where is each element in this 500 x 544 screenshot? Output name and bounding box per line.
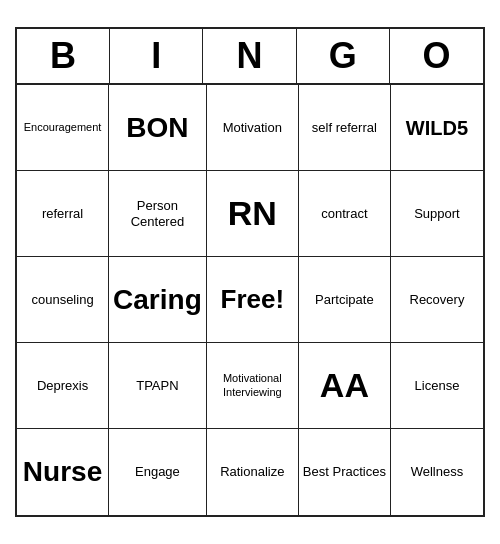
bingo-cell: RN (207, 171, 299, 257)
header-letter: G (297, 29, 390, 83)
header-letter: B (17, 29, 110, 83)
bingo-header: BINGO (17, 29, 483, 85)
bingo-cell: Recovery (391, 257, 483, 343)
bingo-cell: Person Centered (109, 171, 207, 257)
bingo-cell: referral (17, 171, 109, 257)
header-letter: N (203, 29, 296, 83)
bingo-cell: Encouragement (17, 85, 109, 171)
bingo-card: BINGO EncouragementBONMotivationself ref… (15, 27, 485, 517)
bingo-cell: TPAPN (109, 343, 207, 429)
bingo-cell: Support (391, 171, 483, 257)
header-letter: O (390, 29, 483, 83)
bingo-cell: contract (299, 171, 391, 257)
bingo-cell: BON (109, 85, 207, 171)
bingo-grid: EncouragementBONMotivationself referralW… (17, 85, 483, 515)
header-letter: I (110, 29, 203, 83)
bingo-cell: Caring (109, 257, 207, 343)
bingo-cell: counseling (17, 257, 109, 343)
bingo-cell: AA (299, 343, 391, 429)
bingo-cell: Free! (207, 257, 299, 343)
bingo-cell: Nurse (17, 429, 109, 515)
bingo-cell: License (391, 343, 483, 429)
bingo-cell: self referral (299, 85, 391, 171)
bingo-cell: Motivational Interviewing (207, 343, 299, 429)
bingo-cell: Engage (109, 429, 207, 515)
bingo-cell: Best Practices (299, 429, 391, 515)
bingo-cell: Partcipate (299, 257, 391, 343)
bingo-cell: WILD5 (391, 85, 483, 171)
bingo-cell: Deprexis (17, 343, 109, 429)
bingo-cell: Motivation (207, 85, 299, 171)
bingo-cell: Rationalize (207, 429, 299, 515)
bingo-cell: Wellness (391, 429, 483, 515)
